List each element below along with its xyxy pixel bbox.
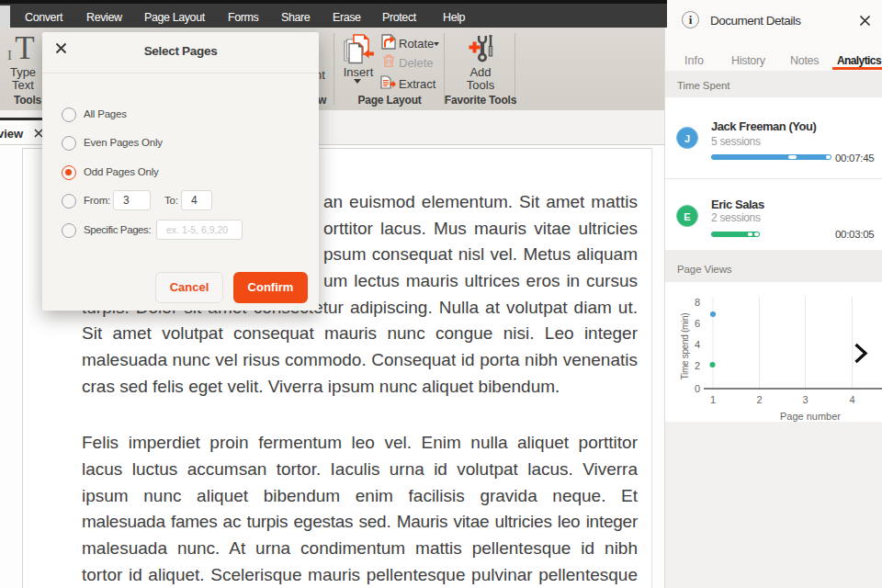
svg-text:Page number: Page number — [780, 411, 841, 422]
svg-text:4: 4 — [849, 394, 854, 405]
svg-text:1: 1 — [710, 394, 716, 405]
svg-text:Time spend (min): Time spend (min) — [680, 313, 690, 380]
svg-text:8: 8 — [695, 297, 700, 308]
svg-text:2: 2 — [756, 394, 762, 405]
svg-text:2: 2 — [695, 360, 700, 371]
svg-text:0: 0 — [695, 383, 700, 394]
svg-text:3: 3 — [802, 394, 808, 405]
svg-text:4: 4 — [695, 339, 700, 350]
svg-text:6: 6 — [695, 318, 700, 329]
